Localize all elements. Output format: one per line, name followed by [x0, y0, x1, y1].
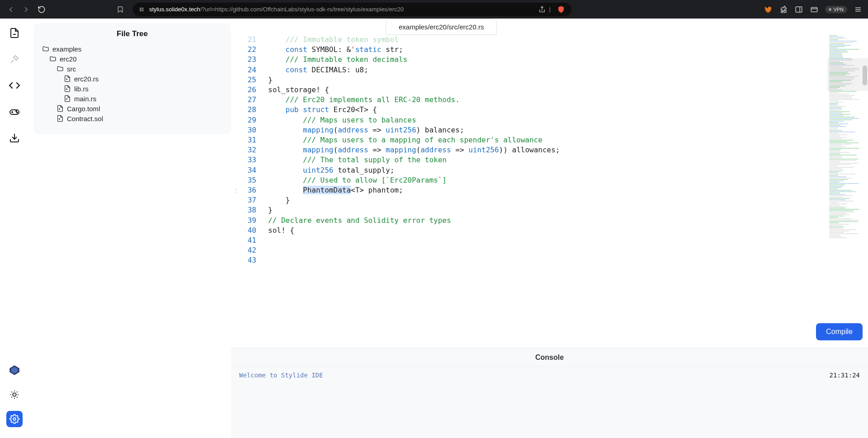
main-area: examples/erc20/src/erc20.rs ⋮⋮ 212223242…	[231, 19, 868, 438]
tree-item-label: erc20.rs	[74, 75, 99, 83]
console-title: Console	[231, 348, 868, 367]
svg-point-2	[140, 10, 141, 11]
tab-bar: examples/erc20/src/erc20.rs	[231, 19, 868, 35]
svg-point-31	[66, 99, 67, 100]
file-icon	[63, 85, 71, 93]
url-text: stylus.solide0x.tech/?url=https://github…	[149, 6, 404, 13]
svg-point-30	[66, 89, 67, 90]
tree-item-label: erc20	[60, 55, 77, 63]
file-tree-panel: File Tree exampleserc20srcerc20.rslib.rs…	[29, 19, 231, 438]
folder-src[interactable]: src	[42, 64, 223, 74]
file-main-rs[interactable]: main.rs	[42, 94, 223, 104]
metamask-icon[interactable]	[764, 5, 773, 14]
console-panel: Console Welcome to Stylide IDE 21:31:24	[231, 348, 868, 438]
tab-erc20-rs[interactable]: examples/erc20/src/erc20.rs	[386, 19, 497, 35]
bookmark-icon[interactable]	[115, 4, 126, 15]
svg-point-14	[16, 111, 17, 112]
compile-button[interactable]: Compile	[816, 323, 863, 340]
svg-line-26	[12, 397, 12, 397]
file-icon	[56, 104, 64, 113]
file-tree-title: File Tree	[42, 29, 223, 38]
console-time: 21:31:24	[830, 372, 860, 379]
wallet-icon[interactable]	[810, 5, 819, 14]
folder-icon	[49, 55, 57, 63]
icon-sidebar	[0, 19, 29, 438]
file-icon[interactable]	[6, 25, 23, 41]
nav-forward-icon[interactable]	[21, 4, 32, 15]
hammer-icon[interactable]	[6, 51, 23, 67]
gamepad-icon[interactable]	[6, 104, 23, 120]
url-bar[interactable]: stylus.solide0x.tech/?url=https://github…	[133, 3, 571, 16]
svg-line-22	[12, 392, 12, 392]
folder-examples[interactable]: examples	[42, 44, 223, 54]
nav-back-icon[interactable]	[5, 4, 16, 15]
file-Contract-sol[interactable]: Contract.sol	[42, 113, 223, 123]
svg-point-32	[59, 109, 60, 110]
tree-item-label: Cargo.toml	[67, 105, 100, 113]
site-settings-icon	[139, 6, 146, 13]
folder-icon	[42, 45, 50, 53]
browser-chrome: stylus.solide0x.tech/?url=https://github…	[0, 0, 868, 19]
svg-line-27	[17, 392, 17, 392]
extensions-icon[interactable]	[779, 5, 788, 14]
file-icon	[63, 75, 71, 83]
file-icon	[63, 94, 71, 103]
tree-item-label: lib.rs	[74, 85, 89, 93]
vpn-badge[interactable]: VPN	[825, 6, 847, 13]
svg-point-15	[17, 112, 18, 113]
folder-icon	[56, 65, 64, 73]
tree-item-label: Contract.sol	[67, 115, 103, 122]
svg-point-1	[140, 9, 141, 9]
tree-item-label: main.rs	[74, 95, 96, 103]
file-icon	[56, 114, 64, 122]
file-Cargo-toml[interactable]: Cargo.toml	[42, 104, 223, 113]
svg-rect-4	[796, 7, 802, 12]
svg-point-28	[13, 418, 16, 420]
fold-handle-icon[interactable]: ⋮⋮	[231, 186, 238, 196]
file-lib-rs[interactable]: lib.rs	[42, 84, 223, 94]
file-tree: exampleserc20srcerc20.rslib.rsmain.rsCar…	[42, 44, 223, 123]
tree-item-label: src	[67, 65, 76, 73]
settings-icon[interactable]	[6, 411, 23, 427]
sun-icon[interactable]	[6, 386, 23, 403]
svg-point-29	[66, 79, 67, 80]
stylus-logo-icon[interactable]	[6, 362, 23, 378]
svg-point-19	[13, 393, 16, 396]
tree-item-label: examples	[52, 45, 81, 53]
share-icon[interactable]	[538, 6, 546, 13]
file-erc20-rs[interactable]: erc20.rs	[42, 74, 223, 84]
code-content[interactable]: /// Immutable token symbol const SYMBOL:…	[261, 35, 827, 348]
svg-rect-6	[811, 7, 818, 12]
console-message: Welcome to Stylide IDE	[239, 372, 323, 379]
sidepanel-icon[interactable]	[794, 5, 803, 14]
svg-point-33	[59, 119, 60, 120]
nav-reload-icon[interactable]	[36, 4, 47, 15]
code-editor[interactable]: ⋮⋮ 2122232425262728293031323334353637383…	[231, 35, 868, 348]
scrollbar-thumb[interactable]	[863, 66, 867, 85]
svg-point-0	[140, 8, 141, 8]
editor-scrollbar[interactable]	[862, 35, 868, 438]
chrome-right-icons: VPN	[764, 5, 863, 14]
svg-line-23	[17, 397, 17, 397]
folder-erc20[interactable]: erc20	[42, 54, 223, 64]
hamburger-icon[interactable]	[854, 5, 863, 14]
download-icon[interactable]	[6, 130, 23, 146]
brave-shield-icon[interactable]	[557, 5, 565, 14]
app-root: File Tree exampleserc20srcerc20.rslib.rs…	[0, 19, 868, 438]
code-icon[interactable]	[6, 77, 23, 94]
